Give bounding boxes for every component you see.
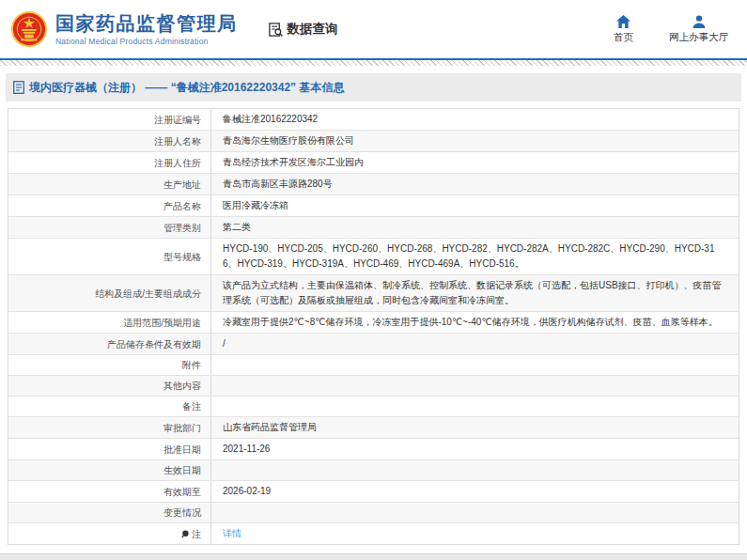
table-row: 生效日期 [8, 459, 739, 480]
table-row: 有效期至 2026-02-19 [8, 480, 739, 502]
nav-data-query[interactable]: 数据查询 [268, 21, 338, 38]
page: 国家药品监督管理局 National Medical Products Admi… [0, 0, 747, 560]
row-label: 适用范围/预期用途 [8, 312, 211, 333]
breadcrumb-bar: 境内医疗器械（注册） —— “鲁械注准20162220342” 基本信息 [6, 73, 741, 101]
row-value [211, 404, 739, 410]
row-value: 医用冷藏冷冻箱 [211, 195, 739, 216]
nmpa-logo[interactable]: 国家药品监督管理局 National Medical Products Admi… [11, 9, 238, 49]
table-row: 适用范围/预期用途 冷藏室用于提供2℃~8℃储存环境，冷冻室用于提供-10℃~-… [8, 311, 739, 333]
table-row: 备注 [8, 396, 739, 416]
row-label: 变更情况 [8, 503, 211, 522]
site-title: 国家药品监督管理局 [55, 12, 238, 35]
row-label: 生效日期 [8, 460, 211, 480]
table-row: 变更情况 [8, 502, 739, 522]
footer-strip [0, 553, 747, 560]
row-label: 注册人住所 [8, 152, 211, 173]
row-value [211, 468, 739, 474]
row-label: 结构及组成/主要组成成分 [8, 275, 211, 311]
row-label: 批准日期 [8, 439, 211, 459]
row-value: 该产品为立式结构，主要由保温箱体、制冷系统、控制系统、数据记录系统（可选配，包括… [211, 275, 739, 311]
document-icon [13, 81, 24, 94]
online-hall-label: 网上办事大厅 [669, 31, 728, 44]
details-link[interactable]: 详情 [223, 528, 241, 538]
row-value: 冷藏室用于提供2℃~8℃储存环境，冷冻室用于提供-10℃~-40℃储存环境，供医… [211, 312, 739, 333]
note-icon [181, 530, 189, 538]
row-value: 第二类 [211, 217, 739, 238]
home-label: 首页 [614, 31, 633, 44]
row-value: 2026-02-19 [211, 481, 739, 502]
table-row: 注册证编号 鲁械注准20162220342 [8, 109, 739, 130]
document-search-icon [268, 22, 284, 38]
row-value: / [211, 334, 739, 354]
registration-info-table: 注册证编号 鲁械注准20162220342 注册人名称 青岛海尔生物医疗股份有限… [8, 108, 739, 545]
data-query-label: 数据查询 [288, 21, 338, 38]
row-value: 2021-11-26 [211, 439, 739, 459]
row-label: 备注 [8, 397, 211, 416]
row-value [211, 510, 739, 516]
row-label: 型号规格 [8, 239, 211, 274]
header-links: 首页 网上办事大厅 [614, 15, 736, 44]
row-value: 青岛市高新区丰源路280号 [211, 174, 739, 194]
table-row: 注册人住所 青岛经济技术开发区海尔工业园内 [8, 151, 739, 173]
site-header: 国家药品监督管理局 National Medical Products Admi… [0, 0, 747, 58]
table-row: 附件 [8, 354, 739, 375]
table-row: 产品储存条件及有效期 / [8, 333, 739, 354]
row-label: 产品储存条件及有效期 [8, 334, 211, 354]
table-row: 型号规格 HYCD-190、HYCD-205、HYCD-260、HYCD-268… [8, 238, 739, 274]
row-label: 注册证编号 [8, 109, 211, 130]
logo-text: 国家药品监督管理局 National Medical Products Admi… [55, 12, 238, 46]
row-label: 审批部门 [8, 417, 211, 438]
hatched-divider [0, 60, 747, 66]
row-label: 产品名称 [8, 195, 211, 216]
page-title: 境内医疗器械（注册） —— “鲁械注准20162220342” 基本信息 [29, 80, 344, 96]
table-row: 其他内容 [8, 375, 739, 396]
table-row: 管理类别 第二类 [8, 216, 739, 238]
table-row-note: 注 详情 [8, 522, 739, 544]
row-label: 生产地址 [8, 174, 211, 194]
table-row: 结构及组成/主要组成成分 该产品为立式结构，主要由保温箱体、制冷系统、控制系统、… [8, 274, 739, 311]
home-link[interactable]: 首页 [614, 15, 633, 44]
table-row: 产品名称 医用冷藏冷冻箱 [8, 194, 739, 216]
table-row: 注册人名称 青岛海尔生物医疗股份有限公司 [8, 130, 739, 151]
national-emblem-icon [11, 9, 47, 49]
row-value: 山东省药品监督管理局 [211, 417, 739, 438]
row-label: 注 [8, 523, 211, 544]
row-label: 有效期至 [8, 481, 211, 502]
table-row: 审批部门 山东省药品监督管理局 [8, 416, 739, 438]
note-label: 注 [192, 527, 201, 541]
home-icon [616, 15, 630, 28]
row-label: 管理类别 [8, 217, 211, 238]
table-row: 批准日期 2021-11-26 [8, 438, 739, 459]
row-value: 青岛海尔生物医疗股份有限公司 [211, 131, 739, 151]
site-subtitle: National Medical Products Administration [55, 37, 238, 46]
row-label: 注册人名称 [8, 131, 211, 151]
table-row: 生产地址 青岛市高新区丰源路280号 [8, 173, 739, 194]
person-icon [693, 15, 706, 28]
row-label: 附件 [8, 355, 211, 375]
row-value [211, 363, 739, 368]
row-value [211, 383, 739, 389]
row-label: 其他内容 [8, 376, 211, 396]
row-value: HYCD-190、HYCD-205、HYCD-260、HYCD-268、HYCD… [211, 239, 739, 274]
row-value: 详情 [211, 523, 739, 544]
row-value: 鲁械注准20162220342 [211, 109, 739, 130]
row-value: 青岛经济技术开发区海尔工业园内 [211, 152, 739, 173]
online-hall-link[interactable]: 网上办事大厅 [669, 15, 728, 44]
